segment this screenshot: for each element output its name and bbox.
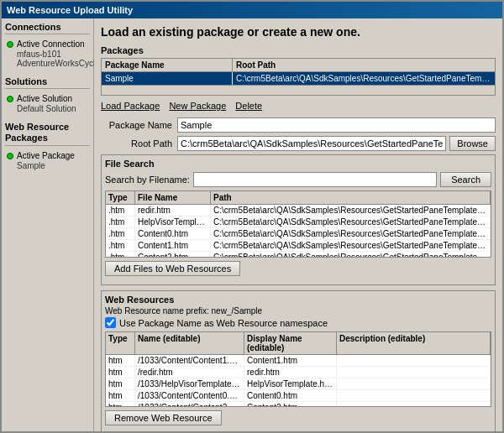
- table-row[interactable]: Sample C:\crm5Beta\arc\QA\SdkSamples\Res…: [102, 72, 495, 85]
- web-name: /1033/HelpVisorTemplate.htm: [135, 378, 244, 389]
- col-root-path: Root Path: [233, 59, 495, 71]
- web-table-header: Type Name (editable) Display Name (edita…: [106, 332, 491, 355]
- file-name: redir.htm: [135, 205, 211, 216]
- package-actions: Load Package New Package Delete: [101, 101, 496, 111]
- file-type: .htm: [106, 240, 135, 251]
- web-table-row[interactable]: htm /1033/Content/Content0.htm Content0.…: [106, 390, 491, 402]
- col-package-name: Package Name: [102, 59, 233, 71]
- packages-section: Web Resource Packages Active Package Sam…: [5, 122, 90, 172]
- solutions-title: Solutions: [5, 76, 90, 89]
- sidebar-item-package: Active Package Sample: [5, 149, 90, 172]
- file-path: C:\crm5Beta\arc\QA\SdkSamples\Resources\…: [211, 240, 491, 251]
- web-name: /1033/Content/Content1.htm: [135, 355, 244, 366]
- file-name: HelpVisorTemplate.htm: [135, 216, 211, 227]
- web-display: Content2.htm: [244, 402, 337, 407]
- connections-title: Connections: [5, 22, 90, 34]
- package-info: Active Package Sample: [17, 151, 75, 170]
- search-button[interactable]: Search: [440, 172, 491, 187]
- web-resources-section: Web Resources Web Resource name prefix: …: [101, 290, 496, 431]
- packages-title: Web Resource Packages: [5, 122, 90, 146]
- web-resources-table[interactable]: Type Name (editable) Display Name (edita…: [105, 331, 491, 407]
- web-display: Content1.htm: [244, 355, 337, 366]
- web-type: htm: [106, 402, 135, 407]
- package-name-cell: Sample: [102, 72, 233, 85]
- connections-section: Connections Active Connection mfaus-b101…: [5, 22, 90, 70]
- packages-table: Package Name Root Path Sample C:\crm5Bet…: [101, 58, 496, 96]
- sidebar: Connections Active Connection mfaus-b101…: [2, 18, 94, 431]
- solution-name: Default Solution: [17, 104, 76, 113]
- web-name: /1033/Content/Content2.htm: [135, 402, 244, 407]
- file-table-row[interactable]: .htm redir.htm C:\crm5Beta\arc\QA\SdkSam…: [106, 205, 491, 216]
- web-resource-prefix: Web Resource name prefix: new_/Sample: [105, 306, 491, 316]
- package-name-label: Package Name: [101, 120, 172, 130]
- file-type: .htm: [106, 205, 135, 216]
- web-desc: [337, 378, 491, 389]
- package-name-input[interactable]: [177, 117, 496, 133]
- namespace-checkbox-row: Use Package Name as Web Resource namespa…: [105, 317, 491, 328]
- delete-package-button[interactable]: Delete: [235, 101, 262, 111]
- solution-info: Active Solution Default Solution: [17, 94, 76, 113]
- file-table-row[interactable]: .htm HelpVisorTemplate.htm C:\crm5Beta\a…: [106, 216, 491, 228]
- packages-table-header: Package Name Root Path: [102, 59, 495, 72]
- file-path: C:\crm5Beta\arc\QA\SdkSamples\Resources\…: [211, 252, 491, 258]
- load-package-button[interactable]: Load Package: [101, 101, 160, 111]
- main-window: Web Resource Upload Utility Connections …: [0, 0, 504, 433]
- web-table-row[interactable]: htm /redir.htm redir.htm: [106, 367, 491, 378]
- web-table-row[interactable]: htm /1033/Content/Content2.htm Content2.…: [106, 402, 491, 407]
- web-col-display: Display Name (editable): [244, 332, 337, 354]
- file-table-row[interactable]: .htm Content1.htm C:\crm5Beta\arc\QA\Sdk…: [106, 240, 491, 252]
- search-by-label: Search by Filename:: [105, 175, 190, 185]
- file-table-row[interactable]: .htm Content0.htm C:\crm5Beta\arc\QA\Sdk…: [106, 228, 491, 240]
- web-resources-title: Web Resources: [105, 295, 491, 305]
- packages-table-section: Packages Package Name Root Path Sample C…: [101, 45, 496, 96]
- web-col-type: Type: [106, 332, 135, 354]
- root-path-cell: C:\crm5Beta\arc\QA\SdkSamples\Resources\…: [233, 72, 495, 85]
- main-content: Load an existing package or create a new…: [94, 18, 502, 431]
- table-scrollbar[interactable]: [102, 85, 495, 95]
- web-desc: [337, 367, 491, 378]
- file-type: .htm: [106, 216, 135, 227]
- file-search-title: File Search: [105, 159, 491, 169]
- file-table-header: Type File Name Path: [106, 191, 491, 205]
- web-col-name: Name (editable): [135, 332, 244, 354]
- web-desc: [337, 390, 491, 401]
- file-name: Content2.htm: [135, 252, 211, 258]
- sidebar-item-solution: Active Solution Default Solution: [5, 92, 90, 115]
- file-col-name: File Name: [135, 191, 211, 204]
- window-body: Connections Active Connection mfaus-b101…: [2, 18, 502, 431]
- web-type: htm: [106, 390, 135, 401]
- root-path-input[interactable]: [177, 136, 446, 151]
- connection-status-dot: [7, 41, 13, 48]
- root-path-row: Root Path Browse: [101, 136, 496, 151]
- new-package-button[interactable]: New Package: [169, 101, 226, 111]
- web-table-row[interactable]: htm /1033/HelpVisorTemplate.htm HelpViso…: [106, 378, 491, 390]
- file-col-path: Path: [211, 191, 491, 204]
- web-table-row[interactable]: htm /1033/Content/Content1.htm Content1.…: [106, 355, 491, 367]
- web-display: Content0.htm: [244, 390, 337, 401]
- web-desc: [337, 402, 491, 407]
- file-path: C:\crm5Beta\arc\QA\SdkSamples\Resources\…: [211, 228, 491, 239]
- file-search-section: File Search Search by Filename: Search T…: [101, 154, 496, 285]
- web-type: htm: [106, 367, 135, 378]
- package-status-dot: [7, 153, 13, 159]
- file-table[interactable]: Type File Name Path .htm redir.htm C:\cr…: [105, 190, 491, 258]
- solutions-section: Solutions Active Solution Default Soluti…: [5, 76, 90, 115]
- file-table-row[interactable]: .htm Content2.htm C:\crm5Beta\arc\QA\Sdk…: [106, 252, 491, 258]
- packages-label: Packages: [101, 45, 496, 55]
- solution-label: Active Solution: [17, 94, 76, 104]
- browse-button[interactable]: Browse: [449, 136, 496, 151]
- add-files-button[interactable]: Add Files to Web Resources: [105, 261, 240, 276]
- package-label: Active Package: [17, 151, 75, 161]
- connection-label: Active Connection: [17, 39, 100, 50]
- web-type: htm: [106, 355, 135, 366]
- file-type: .htm: [106, 228, 135, 239]
- remove-web-resource-button[interactable]: Remove Web Resource: [105, 410, 222, 425]
- search-input[interactable]: [193, 172, 437, 187]
- use-namespace-checkbox[interactable]: [105, 317, 116, 328]
- file-path: C:\crm5Beta\arc\QA\SdkSamples\Resources\…: [211, 216, 491, 227]
- connection-sub: AdventureWorksCycle: [17, 59, 100, 68]
- package-name: Sample: [17, 161, 75, 170]
- web-name: /redir.htm: [135, 367, 244, 378]
- connection-name: mfaus-b101: [17, 50, 100, 59]
- file-col-type: Type: [106, 191, 135, 204]
